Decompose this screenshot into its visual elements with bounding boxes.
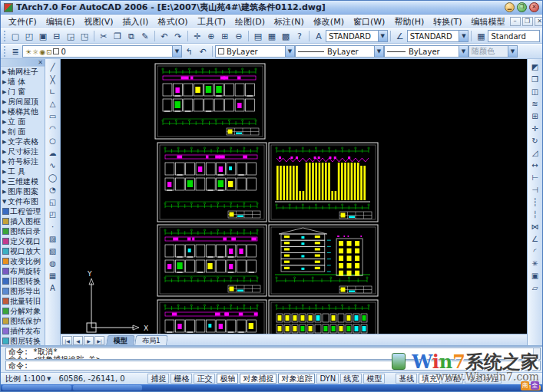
- sidebar-group-房间屋顶[interactable]: ▶房间屋顶: [1, 97, 45, 107]
- sidebar-item-改变比例[interactable]: 改变比例: [1, 256, 45, 266]
- chevron-down-icon[interactable]: ▼: [378, 31, 387, 41]
- menu-文件(F)[interactable]: 文件(F): [4, 15, 41, 28]
- region-icon[interactable]: ◍: [46, 257, 60, 269]
- text-style-combo[interactable]: STANDARD ▼: [326, 30, 388, 42]
- zoom-window-icon[interactable]: ⊞: [218, 30, 232, 42]
- menu-帮助(H)[interactable]: 帮助(H): [389, 15, 429, 28]
- new-file-icon[interactable]: ▢: [8, 30, 22, 42]
- ellipse-icon[interactable]: ◯: [46, 171, 60, 183]
- sidebar-group-立面[interactable]: ▶立 面: [1, 117, 45, 127]
- toggle-填充[interactable]: 填充: [419, 374, 440, 384]
- menu-工具(T)[interactable]: 工具(T): [193, 15, 230, 28]
- rectangle-icon[interactable]: ▭: [46, 110, 60, 122]
- command-input[interactable]: 命令:: [5, 361, 541, 371]
- spline-icon[interactable]: ∿: [46, 159, 60, 171]
- toggle-捕捉[interactable]: 捕捉: [147, 374, 169, 384]
- zoom-previous-icon[interactable]: ⊖: [232, 30, 246, 42]
- layer-previous-icon[interactable]: ↶: [196, 45, 210, 58]
- toggle-极轴[interactable]: 极轴: [217, 374, 238, 384]
- gradient-icon[interactable]: ▧: [46, 245, 60, 257]
- layer-freeze-icon[interactable]: ☼: [32, 48, 38, 56]
- circle-icon[interactable]: ○: [46, 134, 60, 147]
- extend-icon[interactable]: ⊣: [528, 183, 542, 196]
- menu-格式(O)[interactable]: 格式(O): [153, 15, 192, 28]
- command-history[interactable]: 命令: *取消*命令: <对象捕捉追踪 关>: [5, 348, 541, 360]
- drawing-canvas[interactable]: YX: [61, 59, 527, 334]
- dim-style-icon[interactable]: ∠: [393, 30, 407, 42]
- menu-修改(M)[interactable]: 修改(M): [309, 15, 349, 28]
- sidebar-item-图纸目录[interactable]: 图纸目录: [1, 226, 45, 236]
- hatch-edit-icon[interactable]: ▣: [528, 269, 542, 282]
- toggle-加粗[interactable]: 加粗: [442, 374, 463, 384]
- break-at-point-icon[interactable]: ┆: [528, 196, 542, 208]
- tab-布局1[interactable]: 布局1: [134, 335, 168, 345]
- sidebar-group-剖面[interactable]: ▶剖 面: [1, 127, 45, 137]
- ui-style-icon[interactable]: ▦: [474, 30, 488, 42]
- copy-object-icon[interactable]: ❐: [528, 73, 542, 85]
- menu-编辑(E)[interactable]: 编辑(E): [41, 15, 80, 28]
- menu-转换(T)[interactable]: 转换(T): [429, 15, 466, 28]
- scale-icon[interactable]: ◿: [528, 147, 542, 159]
- toggle-正交[interactable]: 正交: [194, 374, 215, 384]
- offset-icon[interactable]: ≋: [528, 97, 542, 110]
- hatch-icon[interactable]: ▨: [46, 232, 60, 245]
- coordinate-readout[interactable]: 60586, -26141, 0: [55, 374, 145, 384]
- chevron-down-icon[interactable]: ▼: [459, 46, 468, 57]
- join-icon[interactable]: ⋈: [528, 220, 542, 232]
- layer-manager-icon[interactable]: ≣: [8, 45, 22, 58]
- revcloud-icon[interactable]: ☁: [46, 147, 60, 159]
- layer-plot-icon[interactable]: ⊡: [46, 48, 52, 56]
- make-object-layer-current-icon[interactable]: ↰: [182, 45, 196, 58]
- toolbar-grip[interactable]: [4, 31, 6, 41]
- mtext-icon[interactable]: A: [46, 282, 60, 294]
- mirror-icon[interactable]: ◫: [528, 85, 542, 97]
- ellipse-arc-icon[interactable]: ◔: [46, 183, 60, 196]
- insert-block-icon[interactable]: ◱: [46, 196, 60, 208]
- save-icon[interactable]: ▣: [36, 30, 50, 42]
- layer-on-icon[interactable]: ☀: [25, 48, 31, 56]
- tab-scroll-button[interactable]: ◀: [73, 336, 83, 345]
- minimize-button[interactable]: ▁: [505, 2, 515, 12]
- stretch-icon[interactable]: ↔: [528, 159, 542, 171]
- text-style-icon[interactable]: A: [312, 30, 326, 42]
- sidebar-group-图库图案[interactable]: ▶图库图案: [1, 186, 45, 196]
- toggle-DYN[interactable]: DYN: [316, 374, 339, 384]
- sidebar-item-视口放大[interactable]: 视口放大: [1, 246, 45, 256]
- linetype-combo[interactable]: ByLayer ▼: [295, 45, 384, 58]
- close-icon[interactable]: ✕: [36, 60, 45, 66]
- break-icon[interactable]: ╎: [528, 208, 542, 220]
- zoom-realtime-icon[interactable]: ⊕: [204, 30, 218, 42]
- taskbar-segment[interactable]: [2, 385, 71, 390]
- polygon-icon[interactable]: △: [46, 97, 60, 110]
- taskbar-segment[interactable]: [73, 385, 142, 390]
- rotate-icon[interactable]: ↻: [528, 134, 542, 147]
- redo-icon[interactable]: ↷: [171, 30, 185, 42]
- copy-icon[interactable]: ❐: [111, 30, 124, 42]
- sidebar-group-轴网柱子[interactable]: ▶轴网柱子: [1, 67, 45, 77]
- sidebar-item-布局旋转[interactable]: 布局旋转: [1, 266, 45, 276]
- move-icon[interactable]: ✛: [528, 122, 542, 134]
- layer-lock-icon[interactable]: ◉: [39, 48, 45, 56]
- scale-control[interactable]: 比例 1:100 ▼: [4, 374, 52, 384]
- chevron-down-icon[interactable]: ▼: [374, 46, 383, 57]
- toggle-对象追踪[interactable]: 对象追踪: [278, 374, 315, 384]
- tab-scroll-button[interactable]: |◀: [62, 336, 72, 345]
- sidebar-item-工程管理[interactable]: 工程管理: [1, 206, 45, 216]
- sidebar-group-文件布图[interactable]: ▼文件布图: [1, 196, 45, 206]
- sidebar-group-门窗[interactable]: ▶门 窗: [1, 87, 45, 97]
- calculator-icon[interactable]: ▩: [279, 30, 293, 42]
- pan-icon[interactable]: ✛: [190, 30, 204, 42]
- tab-模型[interactable]: 模型: [106, 335, 135, 345]
- trim-icon[interactable]: ⊢: [528, 171, 542, 183]
- sidebar-group-工具[interactable]: ▶工 具: [1, 166, 45, 176]
- chamfer-icon[interactable]: ∠: [528, 232, 542, 245]
- windows-taskbar[interactable]: [1, 384, 542, 391]
- tab-scroll-button[interactable]: ▶: [84, 336, 94, 345]
- cut-icon[interactable]: ✂: [97, 30, 111, 42]
- chevron-down-icon[interactable]: ▼: [285, 46, 294, 57]
- tab-scroll-button[interactable]: ▶|: [94, 336, 104, 345]
- chevron-down-icon[interactable]: ▼: [459, 31, 468, 41]
- sidebar-item-图层转换[interactable]: 图层转换: [1, 336, 45, 345]
- lineweight-combo[interactable]: ByLayer ▼: [384, 45, 469, 58]
- properties-icon[interactable]: ▤: [251, 30, 265, 42]
